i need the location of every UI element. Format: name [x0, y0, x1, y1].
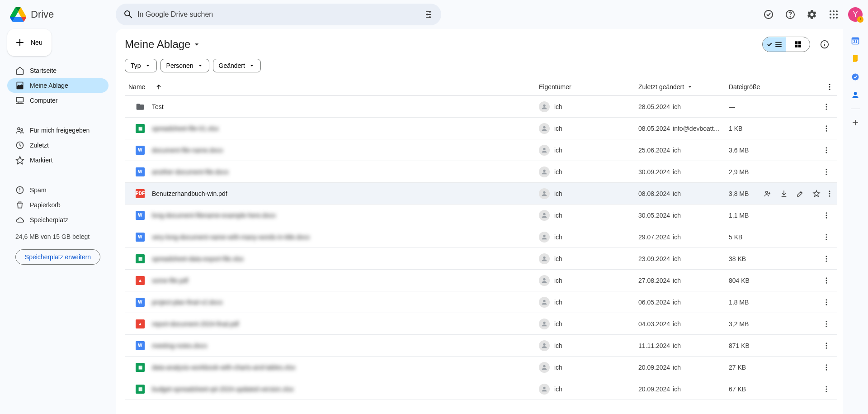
table-row[interactable]: ▦ spreadsheet-file-01.xlsx ich 08.05.202… — [125, 118, 837, 139]
table-row[interactable]: PDF Benutzerhandbuch-win.pdf ich 08.08.2… — [125, 183, 837, 205]
col-size[interactable]: Dateigröße — [729, 83, 810, 90]
sidebar-item-recent[interactable]: Zuletzt — [7, 138, 108, 152]
size-cell: 3,2 MB — [729, 320, 810, 328]
sidebar-item-starred[interactable]: Markiert — [7, 153, 108, 167]
search-bar[interactable] — [116, 4, 441, 25]
breadcrumb[interactable]: Meine Ablage — [125, 38, 201, 51]
calendar-app-icon[interactable]: 31 — [851, 36, 860, 45]
help-icon[interactable] — [781, 5, 799, 24]
modified-cell: 08.08.2024ich — [638, 190, 729, 197]
more-actions-icon[interactable] — [819, 165, 834, 179]
new-button[interactable]: Neu — [7, 29, 52, 56]
sidebar-item-spam[interactable]: Spam — [7, 183, 108, 197]
more-actions-icon[interactable] — [819, 252, 834, 266]
file-type-icon: PDF — [136, 189, 145, 198]
filter-modified[interactable]: Geändert — [213, 59, 261, 72]
more-actions-icon[interactable] — [819, 295, 834, 309]
svg-point-54 — [543, 234, 545, 237]
svg-point-49 — [543, 213, 545, 215]
file-type-icon — [136, 102, 145, 111]
more-actions-icon[interactable] — [819, 338, 834, 353]
modified-cell: 27.08.2024ich — [638, 277, 729, 284]
contacts-app-icon[interactable] — [851, 90, 860, 100]
file-type-icon: ▲ — [136, 319, 145, 328]
sidebar-item-storage[interactable]: Speicherplatz — [7, 213, 108, 227]
filter-people[interactable]: Personen — [160, 59, 209, 72]
list-view-button[interactable] — [763, 37, 786, 52]
filter-type[interactable]: Typ — [125, 59, 157, 72]
svg-point-2 — [429, 16, 431, 18]
modified-cell: 20.09.2024ich — [638, 385, 729, 393]
account-avatar[interactable]: Y ! — [848, 7, 863, 22]
sidebar-item-mydrive[interactable]: Meine Ablage — [7, 78, 108, 93]
col-owner[interactable]: Eigentümer — [539, 83, 638, 90]
share-icon[interactable] — [760, 186, 775, 201]
col-name[interactable]: Name — [125, 83, 539, 90]
svg-point-48 — [829, 195, 830, 196]
name-cell: ▦ spreadsheet-data-export-file.xlsx — [125, 254, 539, 263]
table-row[interactable]: W very-long-document-name-with-many-word… — [125, 226, 837, 248]
more-actions-icon[interactable] — [819, 273, 834, 288]
table-row[interactable]: W document-file-name.docx ich 25.06.2024… — [125, 139, 837, 161]
add-app-icon[interactable] — [851, 118, 860, 127]
search-icon[interactable] — [119, 5, 137, 24]
grid-view-button[interactable] — [786, 37, 810, 52]
table-row[interactable]: W meeting-notes.docx ich 11.11.2024ich 8… — [125, 335, 837, 357]
keep-app-icon[interactable] — [851, 54, 860, 63]
sidebar-item-trash[interactable]: Papierkorb — [7, 198, 108, 212]
col-actions[interactable] — [810, 83, 837, 91]
star-action-icon[interactable] — [809, 186, 824, 201]
list-icon — [774, 40, 783, 48]
rename-icon[interactable] — [793, 186, 807, 201]
search-options-icon[interactable] — [420, 5, 438, 24]
more-actions-icon[interactable] — [819, 100, 834, 114]
file-name: very-long-document-name-with-many-words-… — [152, 233, 310, 241]
more-actions-icon[interactable] — [819, 121, 834, 136]
table-row[interactable]: ▦ budget-spreadsheet-q4-2024-updated-ver… — [125, 378, 837, 400]
file-name: project-plan-final-v2.docx — [152, 299, 222, 306]
more-actions-icon[interactable] — [826, 186, 834, 201]
details-icon[interactable] — [816, 35, 834, 53]
sidebar-item-computers[interactable]: Computer — [7, 93, 108, 108]
storage-upgrade-button[interactable]: Speicherplatz erweitern — [15, 249, 100, 265]
size-cell: 3,6 MB — [729, 147, 810, 154]
search-input[interactable] — [137, 10, 420, 19]
table-row[interactable]: W project-plan-final-v2.docx ich 06.05.2… — [125, 291, 837, 313]
svg-point-45 — [766, 191, 768, 193]
settings-icon[interactable] — [803, 5, 821, 24]
table-row[interactable]: W long-document-filename-example-here.do… — [125, 205, 837, 226]
download-icon[interactable] — [777, 186, 791, 201]
sidebar-item-shared[interactable]: Für mich freigegeben — [7, 123, 108, 138]
file-name: document-file-name.docx — [152, 147, 223, 154]
svg-point-59 — [543, 256, 545, 258]
owner-name: ich — [554, 277, 562, 284]
svg-point-74 — [543, 321, 545, 324]
table-row[interactable]: ▲ some-file.pdf ich 27.08.2024ich 804 KB — [125, 270, 837, 291]
file-name: spreadsheet-file-01.xlsx — [152, 125, 219, 132]
chevron-down-icon — [687, 84, 693, 90]
main-content: Meine Ablage Typ Personen Geändert Name … — [116, 29, 843, 414]
table-row[interactable]: Test ich 28.05.2024ich — — [125, 96, 837, 118]
owner-name: ich — [554, 342, 562, 349]
offline-ready-icon[interactable] — [760, 5, 778, 24]
table-row[interactable]: ▦ spreadsheet-data-export-file.xlsx ich … — [125, 248, 837, 270]
file-type-icon: W — [136, 146, 145, 155]
logo-area[interactable]: Drive — [4, 5, 116, 24]
tasks-app-icon[interactable] — [851, 72, 860, 81]
table-row[interactable]: W another-document-file.docx ich 30.09.2… — [125, 161, 837, 183]
more-actions-icon[interactable] — [819, 208, 834, 223]
name-cell: PDF Benutzerhandbuch-win.pdf — [125, 189, 539, 198]
col-modified[interactable]: Zuletzt geändert — [638, 83, 729, 90]
apps-icon[interactable] — [825, 5, 843, 24]
table-row[interactable]: ▦ data-analysis-workbook-with-charts-and… — [125, 357, 837, 378]
more-actions-icon[interactable] — [819, 382, 834, 396]
owner-name: ich — [554, 168, 562, 176]
table-row[interactable]: ▲ report-document-2024-final.pdf ich 04.… — [125, 313, 837, 335]
more-actions-icon[interactable] — [819, 143, 834, 157]
more-actions-icon[interactable] — [819, 360, 834, 375]
more-actions-icon[interactable] — [819, 317, 834, 331]
more-actions-icon[interactable] — [819, 230, 834, 244]
owner-avatar-icon — [539, 275, 550, 286]
chevron-down-icon — [249, 62, 255, 69]
sidebar-item-home[interactable]: Startseite — [7, 63, 108, 78]
